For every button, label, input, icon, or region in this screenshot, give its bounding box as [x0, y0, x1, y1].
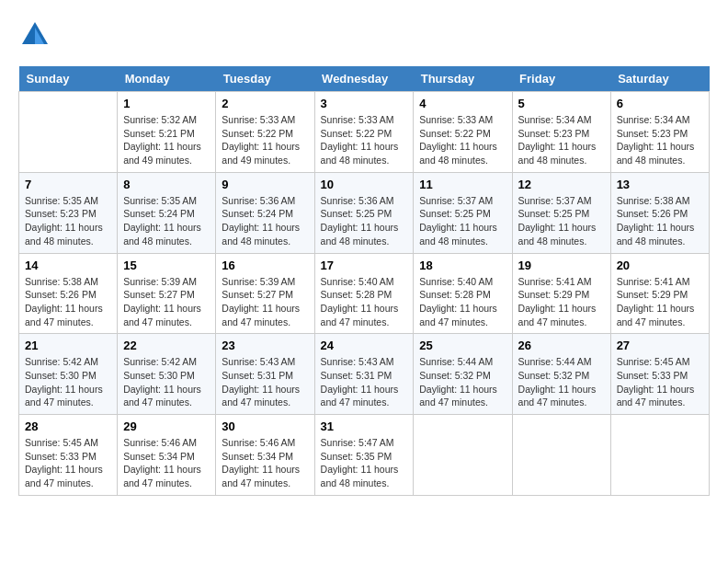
day-cell: 23Sunrise: 5:43 AM Sunset: 5:31 PM Dayli…: [216, 334, 314, 415]
day-info: Sunrise: 5:38 AM Sunset: 5:26 PM Dayligh…: [25, 275, 111, 329]
day-cell: 24Sunrise: 5:43 AM Sunset: 5:31 PM Dayli…: [314, 334, 414, 415]
day-info: Sunrise: 5:45 AM Sunset: 5:33 PM Dayligh…: [25, 436, 111, 490]
day-cell: 9Sunrise: 5:36 AM Sunset: 5:24 PM Daylig…: [216, 172, 314, 253]
day-cell: 5Sunrise: 5:34 AM Sunset: 5:23 PM Daylig…: [512, 92, 610, 173]
day-cell: 2Sunrise: 5:33 AM Sunset: 5:22 PM Daylig…: [216, 92, 314, 173]
day-cell: 27Sunrise: 5:45 AM Sunset: 5:33 PM Dayli…: [610, 334, 709, 415]
day-info: Sunrise: 5:39 AM Sunset: 5:27 PM Dayligh…: [222, 275, 308, 329]
day-cell: 19Sunrise: 5:41 AM Sunset: 5:29 PM Dayli…: [512, 253, 610, 334]
day-info: Sunrise: 5:47 AM Sunset: 5:35 PM Dayligh…: [321, 436, 408, 490]
day-info: Sunrise: 5:33 AM Sunset: 5:22 PM Dayligh…: [321, 113, 408, 167]
day-info: Sunrise: 5:36 AM Sunset: 5:24 PM Dayligh…: [222, 194, 308, 248]
col-header-thursday: Thursday: [414, 66, 512, 92]
day-cell: 21Sunrise: 5:42 AM Sunset: 5:30 PM Dayli…: [19, 334, 118, 415]
day-info: Sunrise: 5:36 AM Sunset: 5:25 PM Dayligh…: [321, 194, 408, 248]
day-number: 14: [25, 259, 111, 272]
day-cell: 17Sunrise: 5:40 AM Sunset: 5:28 PM Dayli…: [314, 253, 414, 334]
col-header-friday: Friday: [512, 66, 610, 92]
day-cell: 7Sunrise: 5:35 AM Sunset: 5:23 PM Daylig…: [19, 172, 118, 253]
day-info: Sunrise: 5:43 AM Sunset: 5:31 PM Dayligh…: [321, 355, 408, 409]
logo: [18, 18, 55, 52]
day-cell: 28Sunrise: 5:45 AM Sunset: 5:33 PM Dayli…: [19, 415, 118, 496]
col-header-wednesday: Wednesday: [314, 66, 414, 92]
day-info: Sunrise: 5:33 AM Sunset: 5:22 PM Dayligh…: [222, 113, 308, 167]
day-info: Sunrise: 5:44 AM Sunset: 5:32 PM Dayligh…: [518, 355, 605, 409]
logo-icon: [18, 18, 51, 52]
day-number: 29: [123, 419, 210, 433]
day-info: Sunrise: 5:41 AM Sunset: 5:29 PM Dayligh…: [617, 275, 703, 329]
day-info: Sunrise: 5:34 AM Sunset: 5:23 PM Dayligh…: [518, 113, 605, 167]
calendar-table: SundayMondayTuesdayWednesdayThursdayFrid…: [18, 66, 710, 496]
day-number: 5: [518, 97, 605, 110]
day-cell: 13Sunrise: 5:38 AM Sunset: 5:26 PM Dayli…: [610, 172, 709, 253]
day-number: 23: [222, 339, 308, 352]
day-cell: 12Sunrise: 5:37 AM Sunset: 5:25 PM Dayli…: [512, 172, 610, 253]
day-cell: 4Sunrise: 5:33 AM Sunset: 5:22 PM Daylig…: [414, 92, 512, 173]
day-info: Sunrise: 5:34 AM Sunset: 5:23 PM Dayligh…: [617, 113, 703, 167]
day-number: 31: [321, 419, 408, 433]
day-cell: 31Sunrise: 5:47 AM Sunset: 5:35 PM Dayli…: [314, 415, 414, 496]
day-cell: 8Sunrise: 5:35 AM Sunset: 5:24 PM Daylig…: [118, 172, 216, 253]
day-cell: 3Sunrise: 5:33 AM Sunset: 5:22 PM Daylig…: [314, 92, 414, 173]
day-info: Sunrise: 5:32 AM Sunset: 5:21 PM Dayligh…: [123, 113, 210, 167]
week-row-3: 21Sunrise: 5:42 AM Sunset: 5:30 PM Dayli…: [19, 334, 710, 415]
day-cell: 29Sunrise: 5:46 AM Sunset: 5:34 PM Dayli…: [118, 415, 216, 496]
day-info: Sunrise: 5:45 AM Sunset: 5:33 PM Dayligh…: [617, 355, 703, 409]
week-row-4: 28Sunrise: 5:45 AM Sunset: 5:33 PM Dayli…: [19, 415, 710, 496]
day-cell: 6Sunrise: 5:34 AM Sunset: 5:23 PM Daylig…: [610, 92, 709, 173]
day-number: 27: [617, 339, 703, 352]
day-number: 7: [25, 178, 111, 191]
day-info: Sunrise: 5:40 AM Sunset: 5:28 PM Dayligh…: [419, 275, 506, 329]
day-number: 11: [419, 178, 506, 191]
day-number: 22: [123, 339, 210, 352]
day-cell: [414, 415, 512, 496]
day-number: 28: [25, 419, 111, 433]
day-cell: 10Sunrise: 5:36 AM Sunset: 5:25 PM Dayli…: [314, 172, 414, 253]
day-cell: 30Sunrise: 5:46 AM Sunset: 5:34 PM Dayli…: [216, 415, 314, 496]
day-info: Sunrise: 5:46 AM Sunset: 5:34 PM Dayligh…: [222, 436, 308, 490]
day-info: Sunrise: 5:35 AM Sunset: 5:24 PM Dayligh…: [123, 194, 210, 248]
day-info: Sunrise: 5:42 AM Sunset: 5:30 PM Dayligh…: [123, 355, 210, 409]
day-cell: 16Sunrise: 5:39 AM Sunset: 5:27 PM Dayli…: [216, 253, 314, 334]
day-info: Sunrise: 5:43 AM Sunset: 5:31 PM Dayligh…: [222, 355, 308, 409]
day-info: Sunrise: 5:39 AM Sunset: 5:27 PM Dayligh…: [123, 275, 210, 329]
day-number: 25: [419, 339, 506, 352]
day-info: Sunrise: 5:44 AM Sunset: 5:32 PM Dayligh…: [419, 355, 506, 409]
day-number: 4: [419, 97, 506, 110]
day-number: 2: [222, 97, 308, 110]
col-header-saturday: Saturday: [610, 66, 709, 92]
week-row-0: 1Sunrise: 5:32 AM Sunset: 5:21 PM Daylig…: [19, 92, 710, 173]
day-number: 24: [321, 339, 408, 352]
col-header-tuesday: Tuesday: [216, 66, 314, 92]
day-cell: 25Sunrise: 5:44 AM Sunset: 5:32 PM Dayli…: [414, 334, 512, 415]
week-row-2: 14Sunrise: 5:38 AM Sunset: 5:26 PM Dayli…: [19, 253, 710, 334]
day-info: Sunrise: 5:33 AM Sunset: 5:22 PM Dayligh…: [419, 113, 506, 167]
day-number: 21: [25, 339, 111, 352]
day-number: 16: [222, 259, 308, 272]
day-number: 20: [617, 259, 703, 272]
day-cell: 26Sunrise: 5:44 AM Sunset: 5:32 PM Dayli…: [512, 334, 610, 415]
day-number: 30: [222, 419, 308, 433]
day-number: 1: [123, 97, 210, 110]
day-info: Sunrise: 5:46 AM Sunset: 5:34 PM Dayligh…: [123, 436, 210, 490]
day-cell: [512, 415, 610, 496]
day-number: 19: [518, 259, 605, 272]
day-info: Sunrise: 5:41 AM Sunset: 5:29 PM Dayligh…: [518, 275, 605, 329]
day-number: 18: [419, 259, 506, 272]
day-number: 9: [222, 178, 308, 191]
day-number: 26: [518, 339, 605, 352]
day-info: Sunrise: 5:35 AM Sunset: 5:23 PM Dayligh…: [25, 194, 111, 248]
day-info: Sunrise: 5:42 AM Sunset: 5:30 PM Dayligh…: [25, 355, 111, 409]
day-number: 17: [321, 259, 408, 272]
day-info: Sunrise: 5:40 AM Sunset: 5:28 PM Dayligh…: [321, 275, 408, 329]
day-cell: [610, 415, 709, 496]
day-number: 13: [617, 178, 703, 191]
day-info: Sunrise: 5:37 AM Sunset: 5:25 PM Dayligh…: [419, 194, 506, 248]
week-row-1: 7Sunrise: 5:35 AM Sunset: 5:23 PM Daylig…: [19, 172, 710, 253]
day-info: Sunrise: 5:38 AM Sunset: 5:26 PM Dayligh…: [617, 194, 703, 248]
day-info: Sunrise: 5:37 AM Sunset: 5:25 PM Dayligh…: [518, 194, 605, 248]
day-cell: 1Sunrise: 5:32 AM Sunset: 5:21 PM Daylig…: [118, 92, 216, 173]
page-header: [18, 18, 710, 52]
header-row: SundayMondayTuesdayWednesdayThursdayFrid…: [19, 66, 710, 92]
day-cell: 15Sunrise: 5:39 AM Sunset: 5:27 PM Dayli…: [118, 253, 216, 334]
